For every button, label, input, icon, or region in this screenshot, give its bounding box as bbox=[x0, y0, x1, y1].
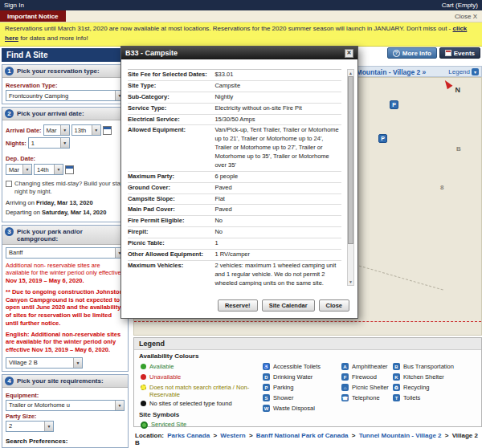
row-value: 2 vehicles: maximum 1 wheeled camping un… bbox=[213, 261, 341, 286]
departure-date-label: Dep. Date: bbox=[6, 155, 125, 162]
table-row: Service Type:Electricity without on-site… bbox=[128, 104, 341, 115]
telephone-label: Telephone bbox=[352, 394, 380, 401]
table-row: Main Pad Cover:Paved bbox=[128, 205, 341, 216]
chevron-down-icon: ▼ bbox=[115, 401, 124, 410]
park-select[interactable]: Banff ▼ bbox=[6, 247, 125, 259]
parking-map-icon[interactable]: P bbox=[390, 100, 398, 109]
legend-telephone: ☎ Telephone bbox=[341, 394, 380, 401]
legend-serviced-site: Serviced Site bbox=[141, 421, 186, 429]
nights-select[interactable]: 1▼ bbox=[28, 137, 70, 149]
close-button[interactable]: Close bbox=[319, 299, 349, 312]
legend-title: Legend bbox=[134, 338, 481, 350]
chevron-down-icon: ▼ bbox=[60, 138, 69, 148]
legend-waste-disposal: W Waste Disposal bbox=[263, 405, 315, 412]
no-sites-label: No sites of selected type found bbox=[149, 400, 232, 407]
app-root: Sign In Cart (Empty) Important Notice Cl… bbox=[0, 0, 482, 448]
row-label: Allowed Equipment: bbox=[128, 125, 213, 170]
close-icon[interactable]: ✕ bbox=[345, 49, 353, 58]
notice-close-button[interactable]: Close X bbox=[455, 13, 482, 20]
available-dot-icon bbox=[141, 364, 146, 369]
arrival-calendar-icon[interactable] bbox=[103, 126, 112, 135]
party-size-select[interactable]: 2 ▼ bbox=[6, 421, 54, 432]
cart-link[interactable]: Cart (Empty) bbox=[442, 2, 478, 9]
amphitheater-icon: A bbox=[341, 363, 349, 370]
equipment-value: Trailer or Motorhome u bbox=[9, 401, 70, 409]
parking-map-icon-2[interactable]: P bbox=[378, 134, 387, 143]
collapse-icon: ▾ bbox=[472, 68, 479, 75]
unavailable-dot-icon bbox=[141, 374, 146, 380]
step1-box: 1 Pick your reservation type: Reservatio… bbox=[2, 64, 129, 104]
site-details-modal: B33 - Campsite ✕ Site Fee for Selected D… bbox=[120, 46, 358, 319]
departing-prefix: Departing on bbox=[6, 209, 42, 216]
legend-body: Availability Colours Available Unavailab… bbox=[134, 350, 481, 427]
equipment-select[interactable]: Trailer or Motorhome u ▼ bbox=[6, 400, 125, 411]
firewood-icon: F bbox=[341, 373, 349, 381]
unavailable-label: Unavailable bbox=[149, 373, 181, 381]
table-row: Site Type:Campsite bbox=[128, 81, 341, 92]
site-calendar-button[interactable]: Site Calendar bbox=[262, 299, 315, 312]
reservation-type-select[interactable]: Frontcountry Camping ▼ bbox=[6, 90, 125, 101]
row-value: $33.01 bbox=[213, 70, 341, 80]
campground-select[interactable]: Village 2 B ▼ bbox=[6, 357, 83, 369]
park-note-3: English: Additional non-reservable sites… bbox=[6, 331, 125, 354]
legend-toggle[interactable]: Legend ▾ bbox=[448, 68, 479, 75]
step3-header: 3 Pick your park and/or campground: bbox=[2, 226, 128, 245]
table-row: Sub-Category:Nightly bbox=[128, 92, 341, 104]
breadcrumb-link-tunnel-mountain[interactable]: Tunnel Mountain - Village 2 bbox=[359, 432, 442, 439]
modal-header[interactable]: B33 - Campsite ✕ bbox=[121, 47, 357, 59]
legend-firewood: F Firewood bbox=[341, 373, 377, 381]
toilets-label: Toilets bbox=[403, 394, 420, 401]
events-label: Events bbox=[454, 50, 475, 57]
departure-day-select[interactable]: 14th▼ bbox=[34, 164, 63, 175]
scrollbar-thumb[interactable] bbox=[348, 76, 353, 244]
available-label: Available bbox=[149, 363, 174, 370]
table-row: Allowed Equipment:Van/Pick-up, Tent Trai… bbox=[128, 125, 341, 171]
legend-shower: S Shower bbox=[263, 394, 293, 401]
waste-disposal-icon: W bbox=[263, 405, 270, 412]
legend-bus-transportation: B Bus Transportation bbox=[393, 363, 454, 370]
step4-header: 4 Pick your site requirements: bbox=[2, 375, 128, 388]
breadcrumb-separator: > bbox=[249, 432, 253, 439]
breadcrumb-link-western[interactable]: Western bbox=[220, 432, 245, 439]
park-note-2: ** Due to ongoing construction Johnston … bbox=[6, 288, 125, 328]
row-value: Nightly bbox=[213, 92, 341, 103]
reservation-type-label: Reservation Type: bbox=[6, 82, 125, 89]
location-label: Location: bbox=[135, 432, 164, 439]
modal-button-row: Reserve! Site Calendar Close bbox=[218, 299, 349, 312]
reserve-button[interactable]: Reserve! bbox=[218, 299, 258, 312]
midstay-option[interactable]: Changing sites mid-stay? Build your stay… bbox=[6, 180, 125, 196]
breadcrumb-link-banff[interactable]: Banff National Park of Canada bbox=[256, 432, 349, 439]
events-button[interactable]: Events bbox=[439, 47, 480, 59]
search-preferences-label: Search Preferences: bbox=[6, 438, 125, 445]
toilets-icon: T bbox=[393, 394, 400, 401]
table-row: Fire Permit Eligible:No bbox=[128, 216, 341, 227]
row-value: 1 bbox=[213, 238, 341, 249]
row-value: 1 RV/camper bbox=[213, 250, 341, 260]
more-info-button[interactable]: ? More Info bbox=[387, 47, 437, 59]
sign-in-link[interactable]: Sign In bbox=[4, 2, 24, 9]
recycling-label: Recycling bbox=[403, 384, 430, 391]
arrival-month-select[interactable]: Mar▼ bbox=[43, 124, 70, 136]
parking-label: Parking bbox=[273, 384, 293, 391]
arrival-day-select[interactable]: 13th▼ bbox=[71, 124, 101, 136]
midstay-checkbox[interactable] bbox=[6, 181, 12, 187]
departure-month-select[interactable]: Mar▼ bbox=[6, 164, 32, 175]
row-label: Maximum Party: bbox=[128, 172, 213, 182]
row-label: Main Pad Cover: bbox=[128, 205, 213, 215]
sidebar-title: Find A Site bbox=[2, 48, 129, 62]
modal-scrollbar[interactable]: ▲ ▼ bbox=[347, 69, 354, 286]
scroll-down-icon[interactable]: ▼ bbox=[348, 279, 353, 285]
bus-transportation-label: Bus Transportation bbox=[403, 363, 454, 370]
scroll-up-icon[interactable]: ▲ bbox=[348, 70, 353, 76]
row-label: Site Type: bbox=[128, 81, 213, 92]
breadcrumb-link-parks-canada[interactable]: Parks Canada bbox=[167, 432, 210, 439]
step2-header: 2 Pick your arrival date: bbox=[2, 108, 128, 120]
step2-title: Pick your arrival date: bbox=[17, 109, 84, 117]
campground-value: Village 2 B bbox=[9, 359, 38, 366]
legend-kitchen-shelter: K Kitchen Shelter bbox=[393, 373, 444, 381]
legend-parking: P Parking bbox=[263, 384, 293, 391]
step2-box: 2 Pick your arrival date: Arrival Date: … bbox=[2, 107, 129, 222]
step3-title: Pick your park and/or campground: bbox=[17, 227, 125, 242]
departure-calendar-icon[interactable] bbox=[65, 165, 74, 174]
step3-number-icon: 3 bbox=[5, 227, 14, 236]
